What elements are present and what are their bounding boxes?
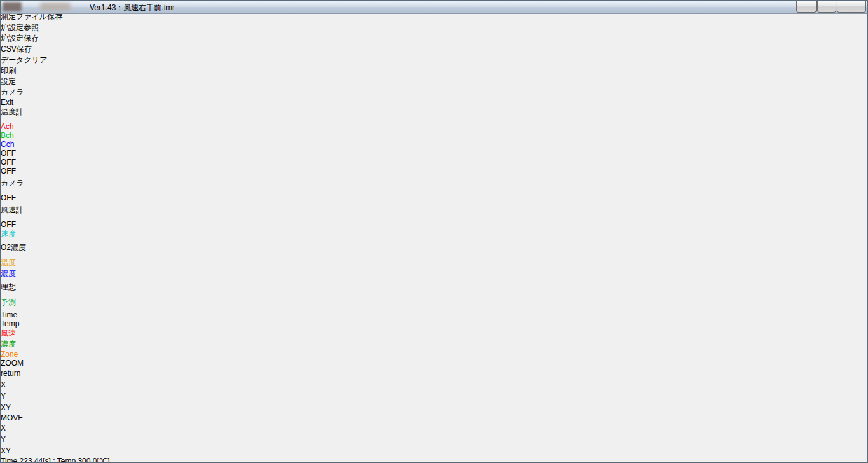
toolbar-button-3[interactable]: 炉設定参照 [1,22,77,33]
restore-button[interactable] [817,1,836,13]
sidebar-button-Time[interactable]: Time [1,310,867,319]
title-bar: Ver1.43：風速右手前.tmr [1,1,867,14]
toolbar-button-7[interactable]: 印刷 [1,66,48,76]
sidebar-button-カメラ-OFF[interactable]: OFF [1,193,867,202]
sidebar-button-温度計-Bch[interactable]: Bch [1,131,867,140]
sidebar-group-1: 温度計AchBchCchOFFOFFOFF [1,107,867,178]
sidebar-button-温度計-OFF[interactable]: OFF [1,167,867,176]
cursor-readout: Time 223.44[s] : Temp 300.0[℃] WindSpeed… [1,457,867,463]
sidebar-button-風速[interactable]: 風速 [1,328,867,339]
sidebar-button-温度計-OFF[interactable]: OFF [1,158,867,167]
sidebar-button-風速計-OFF[interactable]: OFF [1,220,867,229]
sidebar: 温度計AchBchCchOFFOFFOFFカメラOFF風速計OFF速度O2濃度温… [1,107,867,359]
sidebar-button-O2濃度-濃度[interactable]: 濃度 [1,268,867,279]
app-icon [3,2,22,11]
toolbar-button-4[interactable]: 炉設定保存 [1,33,74,44]
move-xy-button[interactable]: XY [1,445,17,457]
sidebar-button-温度計-Ach[interactable]: Ach [1,122,867,131]
sidebar-button-濃度[interactable]: 濃度 [1,339,867,350]
minimize-button[interactable] [796,1,817,13]
sidebar-group-5: 理想予測 [1,282,867,310]
toolbar-button-10[interactable]: Exit [1,98,72,107]
sidebar-group-label: 温度計 [1,107,867,118]
readout-line1: Time 223.44[s] : Temp 300.0[℃] [1,457,867,463]
move-label: MOVE [1,413,867,422]
zoom-label: ZOOM [1,359,867,368]
sidebar-button-温度計-OFF[interactable]: OFF [1,149,867,158]
sidebar-group-2: カメラOFF [1,178,867,205]
sidebar-button-O2濃度-温度[interactable]: 温度 [1,258,867,268]
sidebar-group-4: O2濃度温度濃度 [1,242,867,282]
toolbar-button-5[interactable]: CSV保存 [1,44,50,55]
close-button[interactable] [837,1,866,13]
toolbar-button-8[interactable]: 設定 [1,76,48,87]
sidebar-group-3: 風速計OFF速度 [1,205,867,242]
zoom-x-button[interactable]: X [1,379,15,390]
title-bar-blur [40,3,71,11]
sidebar-group-label: O2濃度 [1,242,867,253]
window-title: Ver1.43：風速右手前.tmr [90,3,175,13]
sidebar-button-Temp[interactable]: Temp [1,319,867,328]
zoom-xy-button[interactable]: XY [1,402,17,413]
toolbar-button-6[interactable]: データクリア [1,55,48,66]
sidebar-button-温度計-Cch[interactable]: Cch [1,140,867,149]
sidebar-button-風速計-速度[interactable]: 速度 [1,229,867,240]
zoom-y-button[interactable]: Y [1,390,15,402]
zoom-move-controls: ZOOMreturnXYXYMOVEXYXY [1,359,867,457]
toolbar: 測定ファイル参照測定ファイル保存炉設定参照炉設定保存CSV保存データクリア印刷設… [1,1,867,107]
sidebar-button-Zone[interactable]: Zone [1,350,867,359]
sidebar-group-label: 理想 [1,282,867,293]
app-window: Ver1.43：風速右手前.tmr 測定ファイル参照測定ファイル保存炉設定参照炉… [0,0,868,463]
zoom-return-button[interactable]: return [1,368,24,379]
move-x-button[interactable]: X [1,422,15,434]
toolbar-button-9[interactable]: カメラ [1,87,49,98]
move-y-button[interactable]: Y [1,434,15,445]
sidebar-group-label: カメラ [1,178,867,189]
sidebar-group-label: 風速計 [1,205,867,216]
sidebar-button-理想-予測[interactable]: 予測 [1,297,867,308]
